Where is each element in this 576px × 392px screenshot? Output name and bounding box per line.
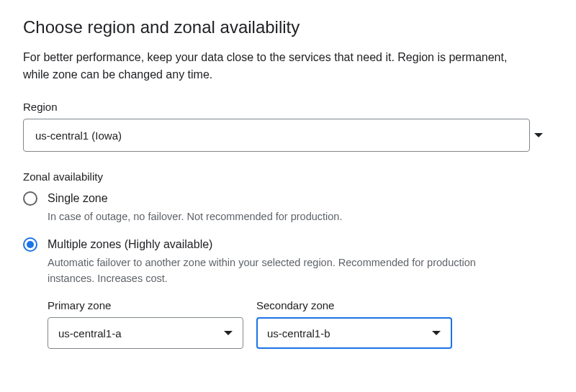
radio-single-zone-helper: In case of outage, no failover. Not reco… [48, 209, 523, 224]
primary-zone-value: us-central1-a [58, 327, 122, 339]
radio-multiple-zones-label: Multiple zones (Highly available) [48, 236, 553, 253]
radio-multiple-zones-helper: Automatic failover to another zone withi… [48, 255, 523, 286]
secondary-zone-select[interactable]: us-central1-b [256, 317, 452, 349]
radio-option-single-zone[interactable]: Single zone In case of outage, no failov… [23, 190, 553, 224]
region-label: Region [23, 101, 553, 113]
region-value: us-central1 (Iowa) [35, 129, 122, 142]
radio-option-multiple-zones[interactable]: Multiple zones (Highly available) Automa… [23, 236, 553, 286]
secondary-zone-label: Secondary zone [256, 299, 452, 311]
primary-zone-label: Primary zone [48, 299, 243, 311]
page-title: Choose region and zonal availability [23, 17, 553, 37]
dropdown-icon [432, 331, 441, 335]
dropdown-icon [224, 331, 233, 335]
secondary-zone-value: us-central1-b [267, 327, 330, 339]
radio-multiple-zones-input[interactable] [23, 237, 37, 252]
primary-zone-select[interactable]: us-central1-a [48, 317, 243, 349]
zonal-availability-group: Single zone In case of outage, no failov… [23, 190, 553, 349]
radio-single-zone-input[interactable] [23, 191, 37, 206]
zonal-availability-label: Zonal availability [23, 170, 553, 183]
page-description: For better performance, keep your data c… [23, 49, 527, 83]
dropdown-icon [534, 133, 543, 137]
radio-single-zone-label: Single zone [48, 190, 553, 207]
region-select[interactable]: us-central1 (Iowa) [23, 119, 530, 152]
